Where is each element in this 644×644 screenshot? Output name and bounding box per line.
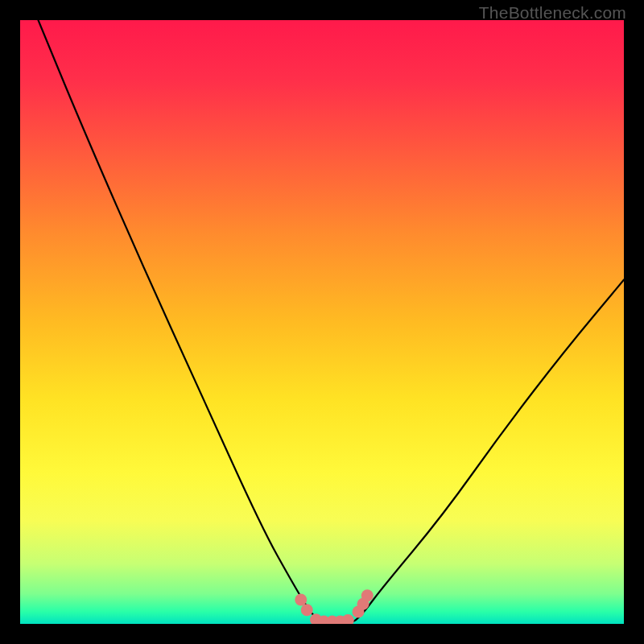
gradient-background	[20, 20, 624, 624]
chart-svg	[20, 20, 624, 624]
watermark-text: TheBottleneck.com	[479, 3, 626, 23]
plot-area	[20, 20, 624, 624]
curve-marker	[361, 589, 374, 601]
curve-marker	[301, 604, 313, 616]
curve-marker	[295, 594, 307, 606]
chart-frame: TheBottleneck.com	[0, 0, 644, 644]
